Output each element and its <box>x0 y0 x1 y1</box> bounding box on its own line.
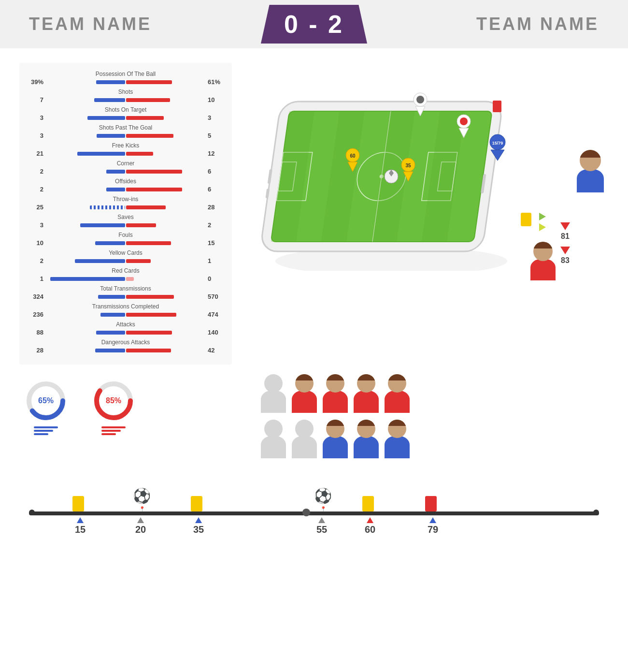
arrow-markers-green <box>539 213 546 231</box>
bar-left <box>95 349 125 352</box>
bar-left <box>95 241 125 245</box>
blue-player-1 <box>323 420 348 458</box>
blue-players-row <box>261 420 410 458</box>
stat-label: Shots On Target <box>29 106 222 113</box>
stat-val-right: 570 <box>208 293 222 300</box>
bar-right <box>126 80 172 84</box>
stat-val-left: 28 <box>29 347 43 354</box>
stat-row: Yellow Cards 2 1 <box>29 249 222 264</box>
minute-60: 60 <box>365 517 375 535</box>
stat-row: Transmissions Completed 236 474 <box>29 303 222 318</box>
stat-val-right: 10 <box>208 96 222 103</box>
team-name-left: TEAM NAME <box>29 14 152 34</box>
svg-point-22 <box>460 117 468 125</box>
svg-text:65%: 65% <box>38 396 54 405</box>
timeline-events-above: ⚽ 📍 ⚽ 📍 <box>29 473 599 511</box>
stat-val-left: 324 <box>29 293 43 300</box>
red-player-4 <box>385 374 410 413</box>
stat-val-left: 39% <box>29 78 43 86</box>
svg-point-18 <box>416 96 424 103</box>
stat-val-left: 88 <box>29 329 43 336</box>
stat-val-left: 2 <box>29 257 43 264</box>
event-marker-83: 83 <box>560 247 570 265</box>
stat-label: Shots Past The Goal <box>29 124 222 131</box>
stat-row: Throw-ins 25 28 <box>29 196 222 211</box>
stat-row: Saves 3 2 <box>29 214 222 229</box>
stat-val-right: 140 <box>208 329 222 336</box>
timeline-mid-dot <box>302 509 310 516</box>
bar-right <box>126 223 156 227</box>
stat-row: Shots Past The Goal 3 5 <box>29 124 222 139</box>
stat-row: Possession Of The Ball 39% 61% <box>29 71 222 86</box>
main-content: Possession Of The Ball 39% 61% Shots 7 <box>0 48 628 365</box>
svg-text:85%: 85% <box>106 396 121 405</box>
event-20-ball: ⚽ 📍 <box>133 487 151 511</box>
stat-row: Shots 7 10 <box>29 88 222 103</box>
stat-val-left: 2 <box>29 186 43 193</box>
bar-right <box>126 313 176 317</box>
event-35 <box>191 496 202 511</box>
stat-row: Total Transmissions 324 570 <box>29 285 222 300</box>
stat-val-right: 3 <box>208 114 222 121</box>
stat-row: Fouls 10 15 <box>29 232 222 247</box>
stat-val-left: 3 <box>29 221 43 229</box>
stat-label: Offsides <box>29 178 222 185</box>
stat-label: Dangerous Attacks <box>29 339 222 346</box>
bar-right <box>126 205 166 209</box>
stat-val-right: 6 <box>208 168 222 175</box>
right-panel: 55 20 60 <box>242 63 609 365</box>
stat-val-right: 0 <box>208 275 222 282</box>
minute-20: 20 <box>135 517 146 535</box>
field-svg: 55 20 60 <box>242 63 541 271</box>
stat-val-left: 10 <box>29 239 43 247</box>
stat-val-left: 7 <box>29 96 43 103</box>
bar-right <box>126 152 153 156</box>
bar-left <box>80 223 125 227</box>
stat-row: Offsides 2 6 <box>29 178 222 193</box>
stat-val-right: 2 <box>208 221 222 229</box>
bar-right <box>126 134 173 138</box>
minute-35: 35 <box>193 517 204 535</box>
event-15 <box>72 496 84 511</box>
bar-right <box>126 295 174 299</box>
stat-val-left: 1 <box>29 275 43 282</box>
timeline-start-dot <box>29 510 35 515</box>
bar-left <box>97 134 125 138</box>
stat-val-left: 21 <box>29 150 43 157</box>
stat-label: Transmissions Completed <box>29 303 222 310</box>
stat-label: Red Cards <box>29 267 222 274</box>
stat-label: Saves <box>29 214 222 220</box>
donut-65: 65% <box>24 379 68 435</box>
stat-val-right: 6 <box>208 186 222 193</box>
yellow-card-field <box>521 213 531 226</box>
stat-val-right: 474 <box>208 311 222 318</box>
bar-right <box>126 116 164 120</box>
svg-rect-23 <box>493 101 501 112</box>
player-figure-red-2 <box>530 242 556 280</box>
stat-val-left: 2 <box>29 168 43 175</box>
stat-row: Attacks 88 140 <box>29 321 222 336</box>
minute-79: 79 <box>428 517 438 535</box>
bar-left <box>94 98 125 102</box>
score-display: 0 - 2 <box>261 5 367 44</box>
stat-val-right: 42 <box>208 347 222 354</box>
ghost-player-3 <box>292 420 317 458</box>
players-grid <box>261 374 410 458</box>
donut-85-lines <box>101 426 126 435</box>
red-player-1 <box>292 374 317 413</box>
timeline-section: ⚽ 📍 ⚽ 📍 15 <box>0 458 628 551</box>
event-79 <box>425 496 437 511</box>
bar-left <box>77 152 125 156</box>
stat-val-right: 5 <box>208 132 222 139</box>
ghost-player-2 <box>261 420 286 458</box>
donut-section: 65% 85% <box>19 369 232 445</box>
event-marker-81: 81 <box>560 222 570 241</box>
stat-row: Shots On Target 3 3 <box>29 106 222 121</box>
red-player-3 <box>354 374 379 413</box>
bar-left <box>90 205 125 209</box>
stat-val-left: 236 <box>29 311 43 318</box>
bar-left <box>100 313 125 317</box>
stat-val-right: 15 <box>208 239 222 247</box>
svg-text:15/79: 15/79 <box>492 141 503 146</box>
bottom-main: 65% 85% <box>0 369 628 458</box>
